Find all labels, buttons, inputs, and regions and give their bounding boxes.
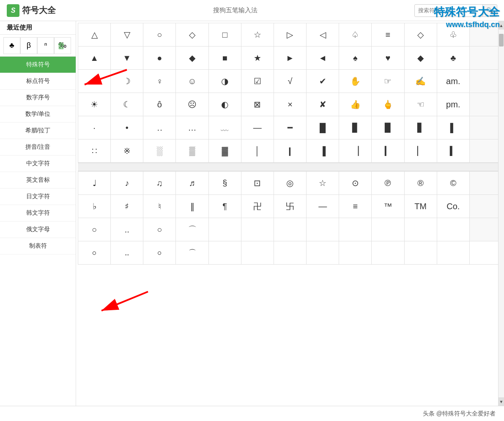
music-symbol-cell-10[interactable]: ® <box>405 172 437 195</box>
music-symbol-cell-38[interactable] <box>470 218 502 241</box>
music-symbol-cell-36[interactable] <box>405 218 437 241</box>
symbol-cell-22[interactable]: ♥ <box>372 46 404 70</box>
symbol-cell-29[interactable]: ☺ <box>176 70 208 93</box>
symbol-cell-23[interactable]: ◆ <box>405 46 437 70</box>
music-symbol-cell-37[interactable] <box>437 218 470 241</box>
music-symbol-cell-4[interactable]: § <box>209 172 241 195</box>
symbol-cell-56[interactable]: ﹏ <box>209 116 241 139</box>
music-symbol-cell-1[interactable]: ♪ <box>111 172 143 195</box>
symbol-cell-67[interactable]: ░ <box>143 139 176 163</box>
music-symbol-cell-5[interactable]: ⊡ <box>241 172 274 195</box>
symbol-cell-45[interactable]: × <box>274 93 307 116</box>
symbol-cell-48[interactable]: 🖕 <box>372 93 404 116</box>
symbol-cell-44[interactable]: ⊠ <box>241 93 274 116</box>
music-symbol-cell-34[interactable] <box>339 218 372 241</box>
symbol-cell-75[interactable]: ▏ <box>405 139 437 163</box>
partial-cell-11[interactable] <box>437 241 470 265</box>
symbol-cell-71[interactable]: ❙ <box>274 139 307 163</box>
symbol-cell-50[interactable]: pm. <box>437 93 470 116</box>
partial-cell-0[interactable]: ○ <box>78 241 111 265</box>
symbol-cell-41[interactable]: ô <box>143 93 176 116</box>
symbol-cell-31[interactable]: ☑ <box>241 70 274 93</box>
category-item-0[interactable]: 特殊符号 <box>0 57 76 73</box>
symbol-cell-46[interactable]: ✘ <box>307 93 339 116</box>
music-symbol-cell-17[interactable]: ¶ <box>209 195 241 218</box>
symbol-cell-8[interactable]: ♤ <box>339 23 372 46</box>
partial-cell-7[interactable] <box>307 241 339 265</box>
symbol-cell-38[interactable] <box>470 70 502 93</box>
category-item-11[interactable]: 制表符 <box>0 238 76 254</box>
symbol-cell-20[interactable]: ◄ <box>307 46 339 70</box>
symbol-cell-77[interactable] <box>470 139 502 163</box>
music-symbol-cell-2[interactable]: ♫ <box>143 172 176 195</box>
symbol-cell-25[interactable] <box>470 46 502 70</box>
music-symbol-cell-16[interactable]: ‖ <box>176 195 208 218</box>
scroll-down-arrow[interactable]: ▼ <box>499 397 504 406</box>
symbol-cell-49[interactable]: ☜ <box>405 93 437 116</box>
symbol-cell-14[interactable]: ▼ <box>111 46 143 70</box>
music-symbol-cell-12[interactable] <box>470 172 502 195</box>
symbol-cell-69[interactable]: ▓ <box>209 139 241 163</box>
symbol-cell-43[interactable]: ◐ <box>209 93 241 116</box>
music-symbol-cell-7[interactable]: ☆ <box>307 172 339 195</box>
partial-cell-9[interactable] <box>372 241 404 265</box>
partial-cell-5[interactable] <box>241 241 274 265</box>
category-item-4[interactable]: 希腊/拉丁 <box>0 123 76 139</box>
recent-symbol-2[interactable]: ⁿ <box>37 37 54 54</box>
partial-cell-4[interactable] <box>209 241 241 265</box>
symbol-cell-33[interactable]: ✔ <box>307 70 339 93</box>
category-item-1[interactable]: 标点符号 <box>0 73 76 90</box>
symbol-cell-18[interactable]: ★ <box>241 46 274 70</box>
music-symbol-cell-27[interactable]: .. <box>111 218 143 241</box>
symbol-cell-32[interactable]: √ <box>274 70 307 93</box>
scroll-thumb[interactable] <box>499 34 504 46</box>
symbol-cell-17[interactable]: ■ <box>209 46 241 70</box>
symbol-cell-21[interactable]: ♠ <box>339 46 372 70</box>
music-symbol-cell-32[interactable] <box>274 218 307 241</box>
partial-cell-1[interactable]: .. <box>111 241 143 265</box>
music-symbol-cell-23[interactable]: TM <box>405 195 437 218</box>
symbol-cell-62[interactable]: ▋ <box>405 116 437 139</box>
symbol-cell-51[interactable] <box>470 93 502 116</box>
music-symbol-cell-21[interactable]: ≡ <box>339 195 372 218</box>
symbol-cell-66[interactable]: ※ <box>111 139 143 163</box>
symbol-cell-72[interactable]: ▐ <box>307 139 339 163</box>
symbol-cell-76[interactable]: ▍ <box>437 139 470 163</box>
partial-cell-8[interactable] <box>339 241 372 265</box>
symbol-cell-3[interactable]: ◇ <box>176 23 208 46</box>
symbol-cell-55[interactable]: … <box>176 116 208 139</box>
category-item-6[interactable]: 中文字符 <box>0 156 76 172</box>
symbol-cell-40[interactable]: ☾ <box>111 93 143 116</box>
category-item-2[interactable]: 数字序号 <box>0 90 76 106</box>
category-item-10[interactable]: 俄文字母 <box>0 221 76 238</box>
partial-cell-10[interactable] <box>405 241 437 265</box>
partial-cell-2[interactable]: ○ <box>143 241 176 265</box>
symbol-cell-60[interactable]: ▊ <box>339 116 372 139</box>
music-symbol-cell-11[interactable]: © <box>437 172 470 195</box>
symbol-cell-1[interactable]: ▽ <box>111 23 143 46</box>
symbol-cell-16[interactable]: ◆ <box>176 46 208 70</box>
symbol-cell-24[interactable]: ♣ <box>437 46 470 70</box>
symbol-cell-65[interactable]: ∷ <box>78 139 111 163</box>
symbol-cell-73[interactable]: ▕ <box>339 139 372 163</box>
symbol-cell-27[interactable]: ☽ <box>111 70 143 93</box>
music-symbol-cell-35[interactable] <box>372 218 404 241</box>
category-item-8[interactable]: 日文字符 <box>0 189 76 205</box>
music-symbol-cell-14[interactable]: ♯ <box>111 195 143 218</box>
music-symbol-cell-31[interactable] <box>241 218 274 241</box>
category-item-9[interactable]: 韩文字符 <box>0 205 76 221</box>
music-symbol-cell-24[interactable]: Co. <box>437 195 470 218</box>
music-symbol-cell-26[interactable]: ○ <box>78 218 111 241</box>
music-symbol-cell-18[interactable]: 卍 <box>241 195 274 218</box>
symbol-cell-39[interactable]: ☀ <box>78 93 111 116</box>
symbol-cell-74[interactable]: ▎ <box>372 139 404 163</box>
music-symbol-cell-3[interactable]: ♬ <box>176 172 208 195</box>
category-item-7[interactable]: 英文音标 <box>0 172 76 189</box>
symbol-cell-53[interactable]: • <box>111 116 143 139</box>
recent-symbol-1[interactable]: β <box>20 37 37 54</box>
music-symbol-cell-6[interactable]: ◎ <box>274 172 307 195</box>
partial-cell-12[interactable] <box>470 241 502 265</box>
music-symbol-cell-15[interactable]: ♮ <box>143 195 176 218</box>
category-item-5[interactable]: 拼音/注音 <box>0 139 76 156</box>
music-symbol-cell-33[interactable] <box>307 218 339 241</box>
